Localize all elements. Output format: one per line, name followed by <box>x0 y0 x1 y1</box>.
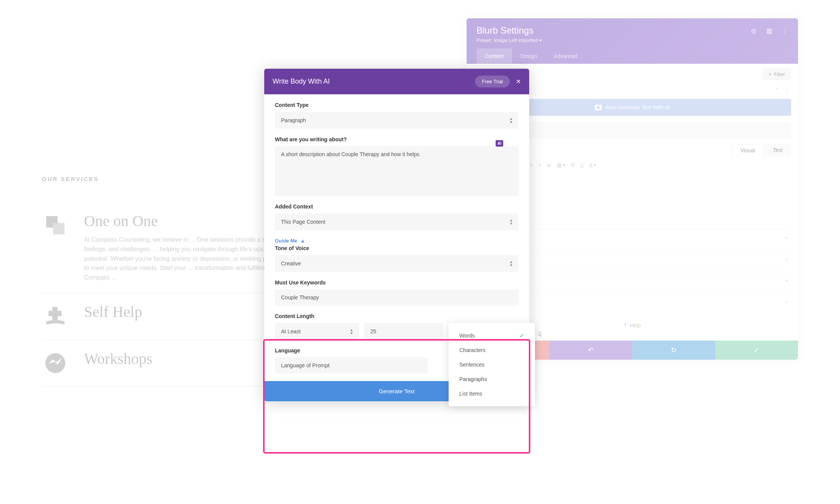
editor-tab-visual[interactable]: Visual <box>732 144 764 157</box>
unit-option-characters[interactable]: Characters <box>449 343 535 357</box>
unit-option-words[interactable]: Words ✓ <box>449 328 535 343</box>
content-type-select[interactable]: Paragraph ▴▾ <box>275 112 519 129</box>
settings-header: Blurb Settings ◎ ▥ ⋮ Preset: Image Left … <box>467 18 798 64</box>
help-icon: ? <box>624 322 627 328</box>
close-icon[interactable]: ✕ <box>516 78 521 85</box>
responsive-icon[interactable]: ▥ <box>766 27 772 34</box>
free-trial-badge[interactable]: Free Trial <box>475 76 510 87</box>
select-arrows-icon: ▴▾ <box>351 328 353 335</box>
underline-icon[interactable]: U <box>580 162 584 168</box>
length-number-input[interactable] <box>364 323 443 340</box>
content-length-label: Content Length <box>275 313 519 319</box>
settings-title: Blurb Settings <box>477 25 533 36</box>
tab-advanced[interactable]: Advanced <box>546 48 586 64</box>
tone-label: Tone of Voice <box>275 245 519 251</box>
target-icon[interactable]: ◎ <box>751 27 756 34</box>
chevron-down-icon[interactable]: ˅ <box>785 258 788 265</box>
justify-icon[interactable]: ≣ <box>547 162 551 168</box>
writing-about-label: What are you writing about? <box>275 136 519 142</box>
messenger-icon <box>42 350 69 376</box>
kebab-icon[interactable]: ⋮ <box>782 27 788 34</box>
unit-option-paragraphs[interactable]: Paragraphs <box>449 372 535 386</box>
writing-about-textarea[interactable]: A short description about Couple Therapy… <box>275 146 519 196</box>
svg-point-4 <box>45 353 65 373</box>
length-unit-dropdown: Words ✓ Characters Sentences Paragraphs … <box>449 323 535 406</box>
undo-button[interactable]: ↶ <box>549 341 632 360</box>
unit-option-sentences[interactable]: Sentences <box>449 357 535 372</box>
length-mode-select[interactable]: At Least ▴▾ <box>275 323 359 340</box>
added-context-label: Added Context <box>275 204 519 210</box>
align-center-icon[interactable]: ≡ <box>530 162 533 168</box>
ai-badge-icon: AI <box>595 105 602 110</box>
ai-badge-icon[interactable]: AI <box>496 140 503 147</box>
keywords-input[interactable]: Couple Therapy <box>275 289 519 305</box>
modal-title: Write Body With AI <box>273 78 330 86</box>
service-title: Self Help <box>84 303 142 321</box>
medical-icon <box>42 303 69 330</box>
table-icon[interactable]: ▦ ▾ <box>557 162 566 168</box>
tone-select[interactable]: Creative ▴▾ <box>275 255 519 272</box>
kebab-icon[interactable]: ⋮ <box>783 86 790 94</box>
strike-icon[interactable]: S <box>571 162 574 168</box>
textcolor-icon[interactable]: A ▾ <box>589 162 596 168</box>
align-right-icon[interactable]: ≡ <box>538 162 541 168</box>
svg-rect-1 <box>53 223 65 234</box>
tab-content[interactable]: Content <box>477 48 512 64</box>
tab-design[interactable]: Design <box>512 48 546 64</box>
chevron-up-icon: ▲ <box>300 238 305 244</box>
write-body-ai-modal: Write Body With AI Free Trial ✕ Content … <box>264 69 529 401</box>
check-icon: ✓ <box>520 333 524 339</box>
guide-me-toggle[interactable]: Guide Me▲ <box>275 238 519 244</box>
added-context-select[interactable]: This Page Content ▴▾ <box>275 213 519 230</box>
service-title: Workshops <box>84 350 152 368</box>
chevron-down-icon[interactable]: ˅ <box>785 236 788 244</box>
language-select[interactable]: Language of Prompt <box>275 357 428 373</box>
redo-button[interactable]: ↻ <box>632 341 715 360</box>
confirm-button[interactable]: ✓ <box>715 341 798 360</box>
collapse-icon[interactable]: ˄ <box>775 87 778 93</box>
svg-rect-3 <box>48 311 61 316</box>
chevron-down-icon[interactable]: ˅ <box>785 279 788 286</box>
keywords-label: Must Use Keywords <box>275 279 519 286</box>
content-type-label: Content Type <box>275 102 519 108</box>
select-arrows-icon: ▴▾ <box>510 117 512 124</box>
unit-option-list-items[interactable]: List Items <box>449 386 535 401</box>
filter-button[interactable]: +Filter <box>763 68 791 80</box>
chevron-down-icon[interactable]: ˅ <box>785 300 788 308</box>
select-arrows-icon: ▴▾ <box>510 260 512 267</box>
overlap-icon <box>42 212 69 239</box>
preset-row[interactable]: Preset: Image Left imported ▾ <box>477 37 788 43</box>
select-arrows-icon: ▴▾ <box>510 218 512 225</box>
editor-tab-text[interactable]: Text <box>764 144 791 157</box>
cursor-icon: ☟ <box>538 331 542 339</box>
